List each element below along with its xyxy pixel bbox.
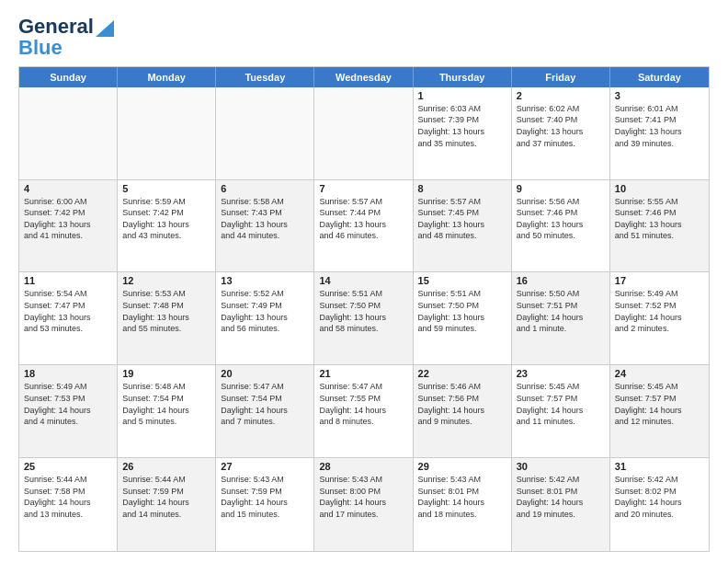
logo: General Blue [18, 15, 114, 57]
cell-info: Sunrise: 6:01 AM Sunset: 7:41 PM Dayligh… [615, 103, 704, 149]
cell-info: Sunrise: 5:52 AM Sunset: 7:49 PM Dayligh… [221, 288, 309, 334]
cell-info: Sunrise: 5:42 AM Sunset: 8:01 PM Dayligh… [517, 474, 605, 520]
cell-info: Sunrise: 5:56 AM Sunset: 7:46 PM Dayligh… [517, 196, 605, 242]
day-number: 30 [517, 461, 605, 472]
calendar-row-2: 4Sunrise: 6:00 AM Sunset: 7:42 PM Daylig… [19, 180, 709, 273]
calendar-body: 1Sunrise: 6:03 AM Sunset: 7:39 PM Daylig… [19, 87, 709, 551]
day-number: 23 [517, 368, 605, 379]
calendar-cell-day-24: 24Sunrise: 5:45 AM Sunset: 7:57 PM Dayli… [610, 365, 709, 457]
header-day-thursday: Thursday [414, 67, 512, 87]
day-number: 15 [418, 275, 506, 286]
calendar-cell-day-20: 20Sunrise: 5:47 AM Sunset: 7:54 PM Dayli… [216, 365, 314, 457]
cell-info: Sunrise: 5:58 AM Sunset: 7:43 PM Dayligh… [221, 196, 309, 242]
cell-info: Sunrise: 5:59 AM Sunset: 7:42 PM Dayligh… [122, 196, 210, 242]
calendar-cell-day-9: 9Sunrise: 5:56 AM Sunset: 7:46 PM Daylig… [512, 180, 610, 272]
calendar-cell-day-13: 13Sunrise: 5:52 AM Sunset: 7:49 PM Dayli… [216, 272, 314, 364]
cell-info: Sunrise: 5:47 AM Sunset: 7:55 PM Dayligh… [319, 381, 407, 427]
day-number: 22 [418, 368, 506, 379]
calendar-cell-day-16: 16Sunrise: 5:50 AM Sunset: 7:51 PM Dayli… [512, 272, 610, 364]
calendar-header: SundayMondayTuesdayWednesdayThursdayFrid… [19, 67, 709, 87]
day-number: 25 [24, 461, 112, 472]
cell-info: Sunrise: 5:57 AM Sunset: 7:44 PM Dayligh… [319, 196, 407, 242]
cell-info: Sunrise: 5:47 AM Sunset: 7:54 PM Dayligh… [221, 381, 309, 427]
cell-info: Sunrise: 5:53 AM Sunset: 7:48 PM Dayligh… [122, 288, 210, 334]
header-day-monday: Monday [118, 67, 216, 87]
cell-info: Sunrise: 5:46 AM Sunset: 7:56 PM Dayligh… [418, 381, 506, 427]
day-number: 21 [319, 368, 407, 379]
header-day-saturday: Saturday [610, 67, 709, 87]
day-number: 19 [122, 368, 210, 379]
cell-info: Sunrise: 5:51 AM Sunset: 7:50 PM Dayligh… [319, 288, 407, 334]
day-number: 5 [122, 183, 210, 194]
calendar-row-5: 25Sunrise: 5:44 AM Sunset: 7:58 PM Dayli… [19, 458, 709, 551]
calendar-row-3: 11Sunrise: 5:54 AM Sunset: 7:47 PM Dayli… [19, 272, 709, 365]
cell-info: Sunrise: 5:49 AM Sunset: 7:53 PM Dayligh… [24, 381, 112, 427]
calendar-cell-day-27: 27Sunrise: 5:43 AM Sunset: 7:59 PM Dayli… [216, 458, 314, 551]
calendar-cell-day-12: 12Sunrise: 5:53 AM Sunset: 7:48 PM Dayli… [118, 272, 216, 364]
header-day-sunday: Sunday [19, 67, 118, 87]
cell-info: Sunrise: 5:44 AM Sunset: 7:58 PM Dayligh… [24, 474, 112, 520]
calendar-row-4: 18Sunrise: 5:49 AM Sunset: 7:53 PM Dayli… [19, 365, 709, 458]
day-number: 14 [319, 275, 407, 286]
cell-info: Sunrise: 6:02 AM Sunset: 7:40 PM Dayligh… [517, 103, 605, 149]
calendar-cell-day-23: 23Sunrise: 5:45 AM Sunset: 7:57 PM Dayli… [512, 365, 610, 457]
cell-info: Sunrise: 5:44 AM Sunset: 7:59 PM Dayligh… [122, 474, 210, 520]
calendar-cell-day-6: 6Sunrise: 5:58 AM Sunset: 7:43 PM Daylig… [216, 180, 314, 272]
cell-info: Sunrise: 5:43 AM Sunset: 8:00 PM Dayligh… [319, 474, 407, 520]
day-number: 29 [418, 461, 506, 472]
calendar-cell-day-25: 25Sunrise: 5:44 AM Sunset: 7:58 PM Dayli… [19, 458, 118, 551]
calendar-cell-empty [19, 87, 118, 179]
calendar-cell-day-4: 4Sunrise: 6:00 AM Sunset: 7:42 PM Daylig… [19, 180, 118, 272]
logo-blue: Blue [18, 39, 63, 57]
cell-info: Sunrise: 6:03 AM Sunset: 7:39 PM Dayligh… [418, 103, 506, 149]
day-number: 13 [221, 275, 309, 286]
calendar-cell-day-11: 11Sunrise: 5:54 AM Sunset: 7:47 PM Dayli… [19, 272, 118, 364]
calendar-cell-day-15: 15Sunrise: 5:51 AM Sunset: 7:50 PM Dayli… [414, 272, 512, 364]
day-number: 20 [221, 368, 309, 379]
calendar-cell-day-29: 29Sunrise: 5:43 AM Sunset: 8:01 PM Dayli… [414, 458, 512, 551]
header-day-wednesday: Wednesday [314, 67, 413, 87]
header-day-tuesday: Tuesday [216, 67, 314, 87]
calendar-cell-empty [216, 87, 314, 179]
calendar-cell-day-14: 14Sunrise: 5:51 AM Sunset: 7:50 PM Dayli… [314, 272, 413, 364]
cell-info: Sunrise: 6:00 AM Sunset: 7:42 PM Dayligh… [24, 196, 112, 242]
header: General Blue [18, 15, 710, 57]
calendar-cell-empty [314, 87, 413, 179]
calendar-cell-day-3: 3Sunrise: 6:01 AM Sunset: 7:41 PM Daylig… [610, 87, 709, 179]
cell-info: Sunrise: 5:45 AM Sunset: 7:57 PM Dayligh… [615, 381, 704, 427]
calendar-cell-day-19: 19Sunrise: 5:48 AM Sunset: 7:54 PM Dayli… [118, 365, 216, 457]
calendar-cell-day-22: 22Sunrise: 5:46 AM Sunset: 7:56 PM Dayli… [414, 365, 512, 457]
cell-info: Sunrise: 5:51 AM Sunset: 7:50 PM Dayligh… [418, 288, 506, 334]
calendar-cell-day-31: 31Sunrise: 5:42 AM Sunset: 8:02 PM Dayli… [610, 458, 709, 551]
cell-info: Sunrise: 5:45 AM Sunset: 7:57 PM Dayligh… [517, 381, 605, 427]
day-number: 24 [615, 368, 704, 379]
day-number: 3 [615, 90, 704, 101]
day-number: 27 [221, 461, 309, 472]
day-number: 17 [615, 275, 704, 286]
day-number: 1 [418, 90, 506, 101]
day-number: 8 [418, 183, 506, 194]
calendar-cell-day-8: 8Sunrise: 5:57 AM Sunset: 7:45 PM Daylig… [414, 180, 512, 272]
calendar-cell-day-30: 30Sunrise: 5:42 AM Sunset: 8:01 PM Dayli… [512, 458, 610, 551]
day-number: 28 [319, 461, 407, 472]
day-number: 31 [615, 461, 704, 472]
svg-marker-0 [96, 20, 114, 37]
day-number: 11 [24, 275, 112, 286]
day-number: 7 [319, 183, 407, 194]
cell-info: Sunrise: 5:42 AM Sunset: 8:02 PM Dayligh… [615, 474, 704, 520]
cell-info: Sunrise: 5:48 AM Sunset: 7:54 PM Dayligh… [122, 381, 210, 427]
calendar-cell-day-10: 10Sunrise: 5:55 AM Sunset: 7:46 PM Dayli… [610, 180, 709, 272]
cell-info: Sunrise: 5:55 AM Sunset: 7:46 PM Dayligh… [615, 196, 704, 242]
calendar-cell-day-28: 28Sunrise: 5:43 AM Sunset: 8:00 PM Dayli… [314, 458, 413, 551]
calendar-cell-day-5: 5Sunrise: 5:59 AM Sunset: 7:42 PM Daylig… [118, 180, 216, 272]
day-number: 10 [615, 183, 704, 194]
calendar: SundayMondayTuesdayWednesdayThursdayFrid… [18, 66, 710, 552]
calendar-cell-day-17: 17Sunrise: 5:49 AM Sunset: 7:52 PM Dayli… [610, 272, 709, 364]
calendar-cell-day-26: 26Sunrise: 5:44 AM Sunset: 7:59 PM Dayli… [118, 458, 216, 551]
calendar-cell-day-18: 18Sunrise: 5:49 AM Sunset: 7:53 PM Dayli… [19, 365, 118, 457]
calendar-cell-empty [118, 87, 216, 179]
calendar-cell-day-1: 1Sunrise: 6:03 AM Sunset: 7:39 PM Daylig… [414, 87, 512, 179]
day-number: 18 [24, 368, 112, 379]
cell-info: Sunrise: 5:49 AM Sunset: 7:52 PM Dayligh… [615, 288, 704, 334]
cell-info: Sunrise: 5:43 AM Sunset: 7:59 PM Dayligh… [221, 474, 309, 520]
